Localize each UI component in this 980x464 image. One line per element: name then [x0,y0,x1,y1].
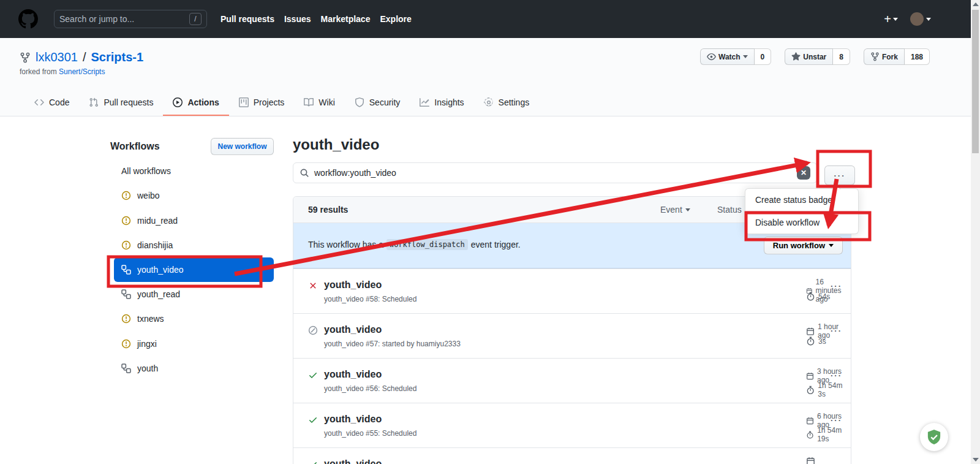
shield-icon [355,97,364,107]
tab-settings[interactable]: Settings [474,89,540,116]
tab-label: Projects [254,97,285,107]
check-success-icon [308,370,318,380]
sidebar-item-dianshijia[interactable]: dianshijia [114,233,274,257]
adguard-fab[interactable] [920,423,948,451]
repo-title: lxk0301 / Scripts-1 [20,50,143,64]
sidebar-item-youth[interactable]: youth [114,356,274,381]
github-logo-icon[interactable] [18,9,38,29]
sidebar-item-youth-read[interactable]: youth_read [114,282,274,306]
check-success-icon [308,415,318,425]
menu-item-create-status-badge[interactable]: Create status badge [745,189,858,211]
star-count[interactable]: 8 [833,48,850,65]
menu-item-disable-workflow[interactable]: Disable workflow [745,211,858,234]
unstar-button[interactable]: Unstar [785,48,833,65]
repo-tab-nav: Code Pull requests Actions Projects Wiki… [24,89,539,116]
sidebar-item-txnews[interactable]: txnews [114,306,274,331]
create-new-menu[interactable]: + [884,12,898,26]
tab-wiki[interactable]: Wiki [294,89,344,116]
run-options-kebab-button[interactable]: ··· [831,281,842,291]
run-options-kebab-button[interactable]: ··· [831,326,842,335]
book-icon [304,97,314,107]
results-count: 59 results [308,205,348,215]
fork-note-prefix: forked from [20,67,57,76]
tab-pull-requests[interactable]: Pull requests [79,89,163,116]
scrollbar-thumb[interactable] [972,10,979,153]
warning-icon [121,339,131,349]
workflow-run-search-input[interactable]: workflow:youth_video ✕ [293,162,817,183]
banner-prefix: This workflow has a [308,240,383,249]
check-success-icon [308,460,318,464]
run-duration: 54s [806,292,830,301]
tab-actions[interactable]: Actions [163,89,228,116]
search-value: workflow:youth_video [314,168,792,178]
sidebar-item-midu-read[interactable]: midu_read [114,208,274,233]
run-options-kebab-button[interactable]: ··· [831,371,842,380]
star-button-group: Unstar 8 [785,48,850,65]
tab-code[interactable]: Code [24,89,79,116]
repo-action-buttons: Watch 0 Unstar 8 Fork 188 [700,48,930,65]
scroll-up-arrow-icon[interactable] [973,2,979,6]
watch-count[interactable]: 0 [755,48,772,65]
nav-pull-requests[interactable]: Pull requests [221,14,274,24]
clear-search-button[interactable]: ✕ [797,166,810,180]
tab-security[interactable]: Security [345,89,410,116]
play-icon [173,97,183,107]
sidebar-item-weibo[interactable]: weibo [114,183,274,208]
page-title: youth_video [293,136,379,153]
tab-label: Code [49,97,69,107]
warning-icon [121,314,131,324]
run-options-kebab-button[interactable]: ··· [831,416,842,425]
nav-explore[interactable]: Explore [380,14,411,24]
chevron-down-icon [893,18,898,23]
watch-button[interactable]: Watch [700,48,755,65]
workflow-label: weibo [137,191,160,200]
run-title-link[interactable]: youth_video [324,458,382,464]
watch-label: Watch [718,53,741,61]
run-title-link[interactable]: youth_video [324,324,382,335]
stopwatch-icon [806,430,814,439]
x-failed-icon [308,281,318,291]
tab-label: Insights [434,97,464,107]
banner-suffix: event trigger. [471,240,521,249]
repo-forked-icon [870,52,880,61]
user-menu[interactable] [910,12,931,26]
tab-insights[interactable]: Insights [410,89,473,116]
workflow-label: youth [137,363,158,373]
repo-owner-link[interactable]: lxk0301 [36,50,78,64]
warning-icon [121,216,131,226]
run-duration-text: 1h 54m 19s [817,426,851,443]
fork-button[interactable]: Fork [864,48,905,65]
workflow-label: dianshijia [137,240,173,250]
run-title-link[interactable]: youth_video [324,414,382,425]
fork-source-link[interactable]: Sunert/Scripts [59,67,105,76]
nav-issues[interactable]: Issues [284,14,311,24]
warning-icon [121,240,131,250]
sidebar-item-all-workflows[interactable]: All workflows [114,159,274,183]
global-nav: Pull requests Issues Marketplace Explore [221,0,412,38]
run-time [806,457,818,464]
run-duration-text: 3s [818,337,826,346]
tab-projects[interactable]: Projects [229,89,295,116]
fork-count[interactable]: 188 [905,48,930,65]
nav-marketplace[interactable]: Marketplace [321,14,371,24]
tab-label: Actions [187,97,219,107]
new-workflow-button[interactable]: New workflow [211,138,274,155]
global-search-input[interactable]: Search or jump to... / [54,10,207,28]
page-scrollbar[interactable] [971,0,980,464]
repo-name-link[interactable]: Scripts-1 [91,50,144,64]
event-filter-dropdown[interactable]: Event [660,205,690,215]
tab-label: Wiki [318,97,334,107]
run-workflow-button[interactable]: Run workflow [764,237,843,254]
sidebar-item-youth-video[interactable]: youth_video [114,257,274,282]
run-detail: youth_video #56: Scheduled [324,384,417,393]
scroll-down-arrow-icon[interactable] [973,458,979,462]
run-title-link[interactable]: youth_video [324,280,382,291]
header-right-cluster: + [884,0,931,38]
workflow-options-menu: Create status badge Disable workflow [745,188,859,234]
stopwatch-icon [806,386,815,395]
gear-icon [484,97,494,107]
plus-icon: + [884,12,891,26]
sidebar-item-jingxi[interactable]: jingxi [114,332,274,356]
calendar-icon [806,457,815,464]
run-title-link[interactable]: youth_video [324,369,382,380]
